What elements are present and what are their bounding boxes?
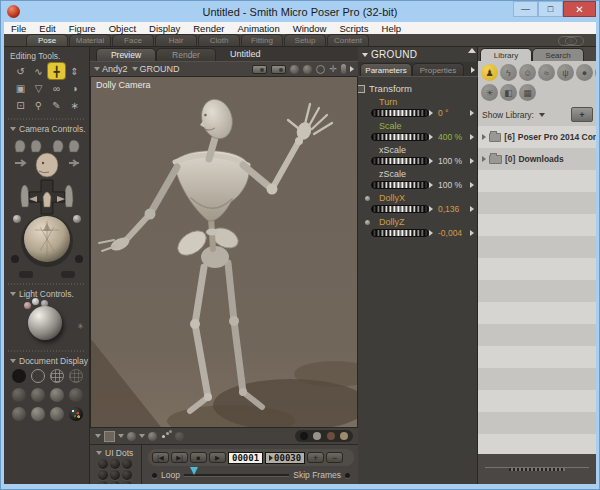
tab-cloth[interactable]: Cloth (198, 34, 240, 46)
menu-render[interactable]: Render (193, 23, 224, 34)
color-tool-icon[interactable]: ◑ (66, 80, 83, 96)
tab-preview[interactable]: Preview (96, 48, 156, 61)
tab-content[interactable]: Content (327, 34, 369, 46)
keyframe-dot-icon[interactable] (365, 196, 370, 201)
stop-button[interactable]: ■ (190, 452, 207, 463)
resize-grip-dash[interactable] (509, 468, 565, 471)
tab-fitting[interactable]: Fitting (241, 34, 283, 46)
dial-value[interactable]: 400 % (438, 132, 462, 142)
ground-dropdown-icon[interactable] (139, 434, 145, 438)
ui-dot[interactable] (110, 470, 120, 480)
dial-flyout-arrow[interactable] (470, 206, 474, 212)
tabs-more-arrow[interactable] (471, 67, 475, 73)
style-hidden-line-icon[interactable] (69, 369, 83, 383)
menu-display[interactable]: Display (149, 23, 180, 34)
dial-flyout-arrow[interactable] (470, 182, 474, 188)
tab-material[interactable]: Material (69, 34, 111, 46)
style-outline-icon[interactable] (31, 369, 45, 383)
play-button[interactable]: ▶ (209, 452, 226, 463)
taper-tool-icon[interactable]: ▽ (30, 80, 47, 96)
timeline-scrubber[interactable] (184, 474, 289, 476)
dial-flyout-arrow[interactable] (470, 158, 474, 164)
shadow-dropdown-icon[interactable] (118, 434, 124, 438)
dial-flyout-arrow[interactable] (470, 134, 474, 140)
add-library-button[interactable]: + (571, 107, 593, 122)
title-bar[interactable]: Untitled - Smith Micro Poser Pro (32-bit… (4, 1, 596, 22)
dial-slider[interactable] (371, 133, 429, 141)
category-expression-icon[interactable]: ☺ (519, 64, 536, 81)
style-smooth-lined-icon[interactable] (31, 407, 45, 421)
figure-selector[interactable]: Andy2 (94, 64, 128, 74)
style-lit-wireframe-icon[interactable] (12, 388, 26, 402)
section-collapse-box[interactable] (357, 85, 365, 93)
camera-controls-cluster[interactable] (7, 135, 87, 281)
capsule-icon[interactable] (341, 64, 346, 74)
actor-selector[interactable]: GROUND (132, 64, 180, 74)
tab-properties[interactable]: Properties (412, 63, 464, 76)
first-frame-button[interactable]: |◀ (152, 452, 169, 463)
room-dial-icon[interactable] (558, 36, 584, 46)
tab-search[interactable]: Search (532, 48, 584, 61)
category-poses-icon[interactable]: ϟ (500, 64, 517, 81)
color-dot-tan[interactable] (340, 432, 348, 440)
direct-manipulation-tool-icon[interactable]: ∗ (66, 97, 83, 113)
twist-tool-icon[interactable]: ∿ (30, 63, 47, 79)
style-texture-lit-icon[interactable] (69, 407, 83, 421)
menu-scripts[interactable]: Scripts (339, 23, 368, 34)
minimize-button[interactable]: — (513, 1, 538, 17)
ui-dot[interactable] (122, 470, 132, 480)
dial-value[interactable]: 0 ° (438, 108, 449, 118)
category-scenes-icon[interactable]: ▦ (519, 84, 536, 101)
scene-canvas[interactable]: Dolly Camera (90, 76, 358, 428)
category-hands-icon[interactable]: ψ (557, 64, 574, 81)
chain-break-tool-icon[interactable]: ∞ (48, 80, 65, 96)
keyframe-dot-icon[interactable] (365, 220, 370, 225)
grouping-tool-icon[interactable]: ⊡ (12, 97, 29, 113)
menu-file[interactable]: File (11, 23, 26, 34)
tab-face[interactable]: Face (112, 34, 154, 46)
sun-icon[interactable]: ✳ (77, 322, 84, 331)
menu-edit[interactable]: Edit (39, 23, 55, 34)
tracking-ring-icon[interactable] (316, 65, 325, 74)
dial-flyout-arrow[interactable] (470, 230, 474, 236)
light-trackball[interactable] (28, 306, 62, 340)
dim-ball-icon[interactable] (175, 432, 184, 441)
ui-dots-header[interactable]: UI Dots (94, 446, 142, 459)
view-magnifier-tool-icon[interactable]: ⚲ (30, 97, 47, 113)
scrubber-handle[interactable] (190, 467, 198, 475)
dial-slider[interactable] (371, 157, 429, 165)
category-figures-icon[interactable]: ♟ (481, 64, 498, 81)
tab-library[interactable]: Library (480, 48, 532, 61)
parameters-header[interactable]: GROUND (358, 47, 478, 62)
display-style-header[interactable]: Document Display S (4, 354, 90, 367)
scroll-up-icon[interactable] (468, 48, 476, 53)
menu-figure[interactable]: Figure (69, 23, 96, 34)
translate-inout-tool-icon[interactable]: ⇕ (66, 63, 83, 79)
rotate-tool-icon[interactable]: ↺ (12, 63, 29, 79)
tab-setup[interactable]: Setup (284, 34, 326, 46)
camera-controls-header[interactable]: Camera Controls. (4, 122, 90, 135)
last-frame-button[interactable]: ▶| (171, 452, 188, 463)
ui-dot[interactable] (98, 470, 108, 480)
ui-dot[interactable] (110, 481, 120, 484)
expand-arrow-icon[interactable] (482, 134, 486, 140)
maximize-button[interactable]: □ (538, 1, 563, 17)
show-library-dropdown-icon[interactable] (539, 113, 545, 117)
ui-dot[interactable] (110, 459, 120, 469)
style-flat-shaded-icon[interactable] (31, 388, 45, 402)
ui-dot[interactable] (122, 459, 132, 469)
background-color-swatch[interactable] (104, 431, 115, 442)
style-wireframe-icon[interactable] (50, 369, 64, 383)
category-cameras-icon[interactable]: ◉ (595, 64, 596, 81)
end-frame-field[interactable]: 00030 (265, 452, 305, 464)
dial-value[interactable]: 100 % (438, 180, 462, 190)
color-dot-brown[interactable] (327, 432, 335, 440)
expand-arrow-icon[interactable] (482, 156, 486, 162)
dial-slider[interactable] (371, 109, 429, 117)
style-flat-lined-icon[interactable] (50, 388, 64, 402)
translate-tool-icon[interactable]: ╋ (48, 63, 65, 79)
dial-slider[interactable] (371, 229, 429, 237)
category-hair-icon[interactable]: ≈ (538, 64, 555, 81)
color-dot-black[interactable] (300, 432, 308, 440)
dial-value[interactable]: -0,004 (438, 228, 462, 238)
